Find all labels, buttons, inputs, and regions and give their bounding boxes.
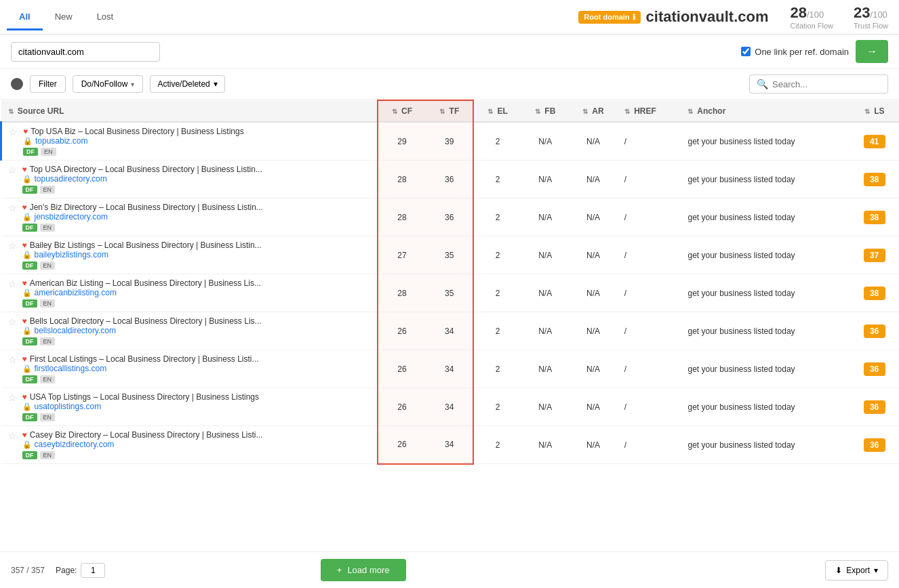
row-url[interactable]: 🔒 firstlocallistings.com xyxy=(22,364,259,373)
star-icon[interactable]: ☆ xyxy=(8,240,17,251)
tag-en: EN xyxy=(40,451,56,459)
metrics-block: 28/100 Citation Flow 23/100 Trust Flow xyxy=(790,4,888,30)
table-header-row: ⇅ Source URL ⇅ CF ⇅ TF ⇅ EL xyxy=(1,100,900,122)
anchor-cell: get your business listed today xyxy=(681,388,850,426)
tag-en: EN xyxy=(40,413,56,421)
el-cell: 2 xyxy=(473,236,521,274)
star-icon[interactable]: ☆ xyxy=(8,392,17,403)
row-url[interactable]: 🔒 jensbizdirectory.com xyxy=(22,212,263,222)
cf-cell: 26 xyxy=(378,312,426,350)
row-url[interactable]: 🔒 usatoplistings.com xyxy=(22,402,260,411)
star-icon[interactable]: ☆ xyxy=(8,354,17,365)
source-url-cell: ☆ ♥ American Biz Listing – Local Busines… xyxy=(1,274,378,312)
filter-bar: Filter Do/NoFollow ▾ Active/Deleted ▾ 🔍 xyxy=(0,69,899,100)
star-icon[interactable]: ☆ xyxy=(8,278,17,289)
table-row: ☆ ♥ Casey Biz Directory – Local Business… xyxy=(1,426,900,464)
col-tf[interactable]: ⇅ TF xyxy=(426,100,473,122)
ar-cell: N/A xyxy=(569,198,618,236)
ar-cell: N/A xyxy=(569,236,618,274)
lock-icon: 🔒 xyxy=(22,364,32,373)
cf-cell: 28 xyxy=(378,161,426,198)
row-url[interactable]: 🔒 americanbizlisting.com xyxy=(22,288,261,297)
ls-badge: 38 xyxy=(864,287,885,300)
row-title: Top USA Directory – Local Business Direc… xyxy=(30,165,262,174)
star-icon[interactable]: ☆ xyxy=(8,203,17,213)
ls-badge: 36 xyxy=(864,324,885,338)
table-wrapper: ⇅ Source URL ⇅ CF ⇅ TF ⇅ EL xyxy=(0,100,899,551)
col-source-url[interactable]: ⇅ Source URL xyxy=(1,100,378,122)
root-domain-badge: Root domain ℹ xyxy=(578,11,640,24)
el-cell: 2 xyxy=(473,312,521,350)
sort-arrows-ls: ⇅ xyxy=(864,108,870,115)
row-title: Bells Local Directory – Local Business D… xyxy=(30,316,262,326)
go-button[interactable]: → xyxy=(856,40,888,63)
row-url[interactable]: 🔒 bellslocaldirectory.com xyxy=(22,326,262,335)
ls-cell: 36 xyxy=(850,426,899,464)
heart-icon: ♥ xyxy=(22,430,27,440)
row-tags: DFEN xyxy=(22,261,262,270)
col-cf[interactable]: ⇅ CF xyxy=(378,100,426,122)
tabs-section: All New Lost xyxy=(0,5,132,29)
ar-cell: N/A xyxy=(569,161,618,198)
star-icon[interactable]: ☆ xyxy=(8,316,17,327)
table-body: ☆ ♥ Top USA Biz – Local Business Directo… xyxy=(1,122,900,464)
tab-lost[interactable]: Lost xyxy=(85,5,126,30)
tf-cell: 34 xyxy=(426,350,473,388)
domain-input[interactable] xyxy=(11,42,160,62)
row-title: First Local Listings – Local Business Di… xyxy=(30,354,259,364)
tag-df: DF xyxy=(22,299,37,308)
plus-icon: + xyxy=(337,565,342,575)
href-cell: / xyxy=(618,312,681,350)
row-tags: DFEN xyxy=(22,224,263,232)
ar-cell: N/A xyxy=(569,426,618,464)
row-title: Casey Biz Directory – Local Business Dir… xyxy=(30,430,263,440)
star-icon[interactable]: ☆ xyxy=(8,165,17,175)
heart-icon: ♥ xyxy=(22,278,27,288)
search-input[interactable] xyxy=(772,79,881,89)
export-button[interactable]: ⬇ Export ▾ xyxy=(825,560,888,581)
star-icon[interactable]: ☆ xyxy=(8,430,17,441)
col-ar[interactable]: ⇅ AR xyxy=(569,100,618,122)
row-url[interactable]: 🔒 baileybizlistings.com xyxy=(22,250,262,259)
href-cell: / xyxy=(618,426,681,464)
table-row: ☆ ♥ American Biz Listing – Local Busines… xyxy=(1,274,900,312)
lock-icon: 🔒 xyxy=(22,175,32,184)
source-url-cell: ☆ ♥ Top USA Biz – Local Business Directo… xyxy=(1,122,378,161)
fb-cell: N/A xyxy=(521,161,569,198)
download-icon: ⬇ xyxy=(835,566,842,575)
tab-all[interactable]: All xyxy=(7,5,43,30)
ls-cell: 36 xyxy=(850,350,899,388)
footer-bar: 357 / 357 Page: + Load more ⬇ Export ▾ xyxy=(0,551,899,588)
col-el[interactable]: ⇅ EL xyxy=(473,100,521,122)
col-fb[interactable]: ⇅ FB xyxy=(521,100,569,122)
ls-badge: 38 xyxy=(864,173,885,186)
filter-button[interactable]: Filter xyxy=(30,75,66,93)
load-more-button[interactable]: + Load more xyxy=(321,559,406,581)
col-href[interactable]: ⇅ HREF xyxy=(618,100,681,122)
donofollow-label: Do/NoFollow xyxy=(81,79,128,89)
anchor-cell: get your business listed today xyxy=(681,274,850,312)
sort-arrows-fb: ⇅ xyxy=(535,108,540,115)
donofollow-filter-button[interactable]: Do/NoFollow ▾ xyxy=(73,75,144,93)
row-title: Top USA Biz – Local Business Directory |… xyxy=(31,127,244,136)
activedeleted-filter-button[interactable]: Active/Deleted ▾ xyxy=(150,75,224,93)
tag-en: EN xyxy=(40,299,56,308)
ls-cell: 38 xyxy=(850,274,899,312)
cf-cell: 26 xyxy=(378,388,426,426)
tf-cell: 34 xyxy=(426,388,473,426)
row-url[interactable]: 🔒 topusadirectory.com xyxy=(22,174,262,184)
tf-cell: 36 xyxy=(426,161,473,198)
trust-flow-value: 23/100 xyxy=(854,4,887,22)
page-input[interactable] xyxy=(81,563,105,578)
star-icon[interactable]: ☆ xyxy=(9,127,18,138)
row-url[interactable]: 🔒 caseybizdirectory.com xyxy=(22,440,263,449)
row-url[interactable]: 🔒 topusabiz.com xyxy=(23,136,244,146)
root-info-section: Root domain ℹ citationvault.com 28/100 C… xyxy=(567,0,899,34)
search-icon: 🔍 xyxy=(757,79,768,89)
col-ls[interactable]: ⇅ LS xyxy=(850,100,899,122)
row-tags: DFEN xyxy=(22,186,262,194)
col-anchor[interactable]: ⇅ Anchor xyxy=(681,100,850,122)
tab-new[interactable]: New xyxy=(43,5,85,30)
anchor-cell: get your business listed today xyxy=(681,350,850,388)
one-link-checkbox[interactable] xyxy=(741,47,751,56)
